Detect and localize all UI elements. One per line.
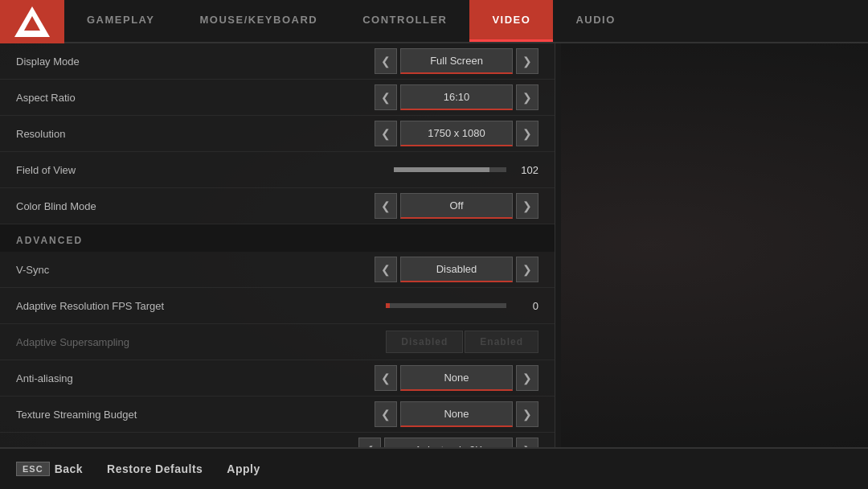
colorblind-row: Color Blind Mode ❮ Off ❯ [0,188,555,224]
adaptive-super-label: Adaptive Supersampling [16,336,386,348]
adaptive-res-control: 0 [386,300,538,312]
vsync-label: V-Sync [16,264,375,276]
nav-tabs: GAMEPLAY MOUSE/KEYBOARD CONTROLLER VIDEO… [64,0,868,42]
vsync-control: ❮ Disabled ❯ [375,257,538,282]
texture-streaming-next[interactable]: ❯ [516,401,538,427]
adaptive-res-slider-track[interactable] [386,303,506,308]
aspect-ratio-value: 16:10 [400,84,513,110]
fov-slider-fill [394,167,489,172]
resolution-row: Resolution ❮ 1750 x 1080 ❯ [0,116,555,152]
texture-filtering-prev[interactable]: ❮ [358,438,381,447]
aspect-ratio-next[interactable]: ❯ [516,84,538,110]
texture-filtering-row: Texture Filtering ❮ Anisotropic 2X ❯ [0,433,555,447]
fov-value: 102 [514,164,538,176]
display-mode-prev[interactable]: ❮ [375,48,397,74]
tab-audio[interactable]: AUDIO [553,0,637,42]
antialiasing-next[interactable]: ❯ [516,365,538,391]
antialiasing-row: Anti-aliasing ❮ None ❯ [0,360,555,397]
fov-slider-track[interactable] [394,167,506,172]
fov-row: Field of View 102 [0,152,555,188]
apply-label: Apply [227,462,260,475]
texture-filtering-control: ❮ Anisotropic 2X ❯ [358,438,538,447]
tab-video[interactable]: VIDEO [469,0,553,42]
resolution-prev[interactable]: ❮ [375,121,397,146]
adaptive-super-row: Adaptive Supersampling Disabled Enabled [0,324,555,360]
vsync-prev[interactable]: ❮ [375,257,397,282]
vsync-value: Disabled [400,257,513,282]
display-mode-row: Display Mode ❮ Full Screen ❯ [0,43,555,80]
right-panel [561,43,868,447]
aspect-ratio-row: Aspect Ratio ❮ 16:10 ❯ [0,80,555,116]
adaptive-super-disabled: Disabled [386,331,463,353]
adaptive-super-toggle: Disabled Enabled [386,331,538,353]
fov-label: Field of View [16,164,394,176]
adaptive-res-label: Adaptive Resolution FPS Target [16,300,386,312]
display-mode-next[interactable]: ❯ [516,48,538,74]
adaptive-res-row: Adaptive Resolution FPS Target 0 [0,288,555,324]
resolution-next[interactable]: ❯ [516,121,538,146]
restore-defaults-label: Restore Defaults [107,462,203,475]
display-mode-control: ❮ Full Screen ❯ [375,48,538,74]
texture-streaming-row: Texture Streaming Budget ❮ None ❯ [0,397,555,433]
antialiasing-control: ❮ None ❯ [375,365,538,391]
top-navigation: GAMEPLAY MOUSE/KEYBOARD CONTROLLER VIDEO… [0,0,868,43]
aspect-ratio-prev[interactable]: ❮ [375,84,397,110]
texture-streaming-prev[interactable]: ❮ [375,401,397,427]
advanced-title: ADVANCED [16,235,83,246]
vsync-next[interactable]: ❯ [516,257,538,282]
texture-streaming-label: Texture Streaming Budget [16,409,375,421]
colorblind-next[interactable]: ❯ [516,193,538,219]
texture-streaming-control: ❮ None ❯ [375,401,538,427]
display-mode-label: Display Mode [16,55,375,68]
back-button[interactable]: ESC Back [16,462,83,476]
texture-filtering-next[interactable]: ❯ [516,438,538,447]
resolution-control: ❮ 1750 x 1080 ❯ [375,121,538,146]
antialiasing-label: Anti-aliasing [16,372,375,384]
main-content: Display Mode ❮ Full Screen ❯ Aspect Rati… [0,43,868,447]
tab-mouse-keyboard[interactable]: MOUSE/KEYBOARD [177,0,340,42]
fov-control: 102 [394,164,538,176]
antialiasing-prev[interactable]: ❮ [375,365,397,391]
vsync-row: V-Sync ❮ Disabled ❯ [0,252,555,288]
advanced-section-header: ADVANCED [0,224,555,252]
resolution-value: 1750 x 1080 [400,121,513,146]
adaptive-super-control: Disabled Enabled [386,331,538,353]
colorblind-label: Color Blind Mode [16,200,375,212]
adaptive-res-value: 0 [514,300,538,312]
resolution-label: Resolution [16,128,375,140]
apply-button[interactable]: Apply [227,462,260,475]
adaptive-res-slider-fill [386,303,390,308]
colorblind-prev[interactable]: ❮ [375,193,397,219]
esc-key-badge: ESC [16,462,50,476]
scrollbar-track[interactable] [555,43,561,447]
texture-filtering-value: Anisotropic 2X [384,438,513,447]
aspect-ratio-control: ❮ 16:10 ❯ [375,84,538,110]
colorblind-value: Off [400,193,513,219]
restore-defaults-button[interactable]: Restore Defaults [107,462,203,475]
texture-streaming-value: None [400,401,513,427]
colorblind-control: ❮ Off ❯ [375,193,538,219]
tab-gameplay[interactable]: GAMEPLAY [64,0,177,42]
back-label: Back [55,462,83,475]
apex-logo-icon [14,6,50,37]
display-mode-value: Full Screen [400,48,513,74]
bottom-bar: ESC Back Restore Defaults Apply [0,447,868,489]
adaptive-super-enabled: Enabled [465,331,538,353]
antialiasing-value: None [400,365,513,391]
aspect-ratio-label: Aspect Ratio [16,92,375,104]
tab-controller[interactable]: CONTROLLER [340,0,469,42]
apex-logo [0,0,64,43]
settings-panel: Display Mode ❮ Full Screen ❯ Aspect Rati… [0,43,555,447]
